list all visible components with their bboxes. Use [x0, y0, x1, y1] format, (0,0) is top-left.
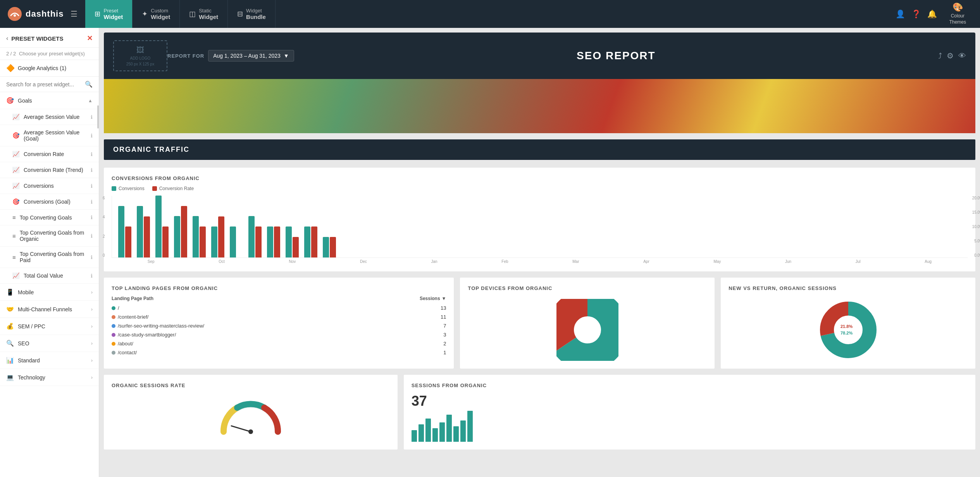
y-axis-left: 6420 — [103, 196, 105, 257]
top-devices-title: TOP DEVICES FROM ORGANIC — [468, 285, 707, 291]
col-sessions-header[interactable]: Sessions ▼ — [420, 296, 446, 301]
svg-point-0 — [8, 7, 22, 21]
sidebar-search-area: 🔍 — [0, 77, 99, 92]
goals-category-icon: 🎯 — [6, 97, 14, 104]
widget-info-icon[interactable]: ℹ — [91, 167, 93, 173]
category-multi-channel[interactable]: 🤝 Multi-Channel Funnels › — [0, 301, 99, 318]
custom-tab-line2: Widget — [151, 14, 170, 20]
main-content: ORGANIC TRAFFIC CONVERSIONS FROM ORGANIC… — [99, 133, 980, 456]
widget-trend-icon: 📈 — [12, 166, 20, 173]
pie-chart-wrapper: 35.1% 64.9% — [468, 299, 707, 361]
widget-item-conversion-rate[interactable]: 📈 Conversion Rate ℹ — [0, 146, 99, 162]
sem-category-icon: 💰 — [6, 323, 14, 330]
widget-item-conversions[interactable]: 📈 Conversions ℹ — [0, 178, 99, 194]
widget-item-conversions-goal[interactable]: 🎯 Conversions (Goal) ℹ — [0, 194, 99, 210]
date-chevron-icon: ▼ — [284, 53, 289, 59]
date-range-text: Aug 1, 2023 – Aug 31, 2023 — [213, 53, 281, 59]
settings-icon[interactable]: ⚙ — [947, 51, 954, 60]
legend-conversions: Conversions — [112, 186, 145, 191]
hamburger-icon[interactable]: ☰ — [71, 9, 78, 19]
conversions-chart-title: CONVERSIONS FROM ORGANIC — [112, 175, 968, 181]
tab-custom-widget[interactable]: ✦ Custom Widget — [133, 0, 180, 28]
help-icon[interactable]: ❓ — [911, 9, 921, 19]
category-sem-ppc[interactable]: 💰 SEM / PPC › — [0, 318, 99, 335]
standard-category-icon: 📊 — [6, 357, 14, 364]
bundle-tab-line1: Widget — [246, 8, 266, 14]
category-technology[interactable]: 💻 Technology › — [0, 369, 99, 386]
widget-trend-icon: 📈 — [12, 151, 20, 158]
technology-expand-icon: › — [91, 375, 93, 380]
tab-widget-bundle[interactable]: ⊟ Widget Bundle — [228, 0, 276, 28]
source-icon: 🔶 — [6, 64, 15, 72]
widget-item-conversion-rate-trend[interactable]: 📈 Conversion Rate (Trend) ℹ — [0, 162, 99, 178]
widget-item-total-goal-value[interactable]: 📈 Total Goal Value ℹ — [0, 268, 99, 284]
widget-info-icon[interactable]: ℹ — [91, 199, 93, 205]
colour-themes-button[interactable]: 🎨 ColourThemes — [943, 2, 972, 25]
sidebar-back-button[interactable]: ‹ — [6, 35, 8, 42]
report-for-label: REPORT FOR — [167, 53, 204, 59]
dashthis-logo-icon — [8, 7, 22, 21]
colour-theme-bar — [104, 79, 975, 133]
date-range-button[interactable]: Aug 1, 2023 – Aug 31, 2023 ▼ — [208, 50, 294, 62]
static-tab-line1: Static — [199, 8, 218, 14]
seo-label: SEO — [18, 340, 29, 347]
table-row: /surfer-seo-writing-masterclass-review/ … — [112, 323, 446, 329]
preset-tab-line2: Widget — [103, 14, 123, 20]
sessions-from-organic-card: SESSIONS FROM ORGANIC 37 — [404, 375, 975, 450]
nav-tabs: ⊞ Preset Widget ✦ Custom Widget ◫ Static… — [85, 0, 895, 28]
sem-expand-icon: › — [91, 324, 93, 329]
widget-info-icon[interactable]: ℹ — [91, 114, 93, 120]
svg-point-1 — [14, 14, 16, 17]
widget-item-avg-session-value[interactable]: 📈 Average Session Value ℹ — [0, 109, 99, 125]
tab-static-widget[interactable]: ◫ Static Widget — [180, 0, 228, 28]
category-seo[interactable]: 🔍 SEO › — [0, 335, 99, 352]
sidebar-close-button[interactable]: ✕ — [87, 34, 93, 43]
widget-item-top-converting-goals-organic[interactable]: ≡ Top Converting Goals from Organic ℹ — [0, 225, 99, 247]
col-path-header: Landing Page Path — [112, 296, 153, 301]
search-input[interactable] — [6, 81, 82, 88]
section-header-organic-traffic: ORGANIC TRAFFIC — [104, 139, 975, 160]
share-icon[interactable]: ⤴ — [938, 51, 942, 60]
table-row: /case-study-smartblogger/ 3 — [112, 332, 446, 338]
widget-trend-icon: 📈 — [12, 182, 20, 189]
widget-item-top-converting-goals[interactable]: ≡ Top Converting Goals ℹ — [0, 210, 99, 225]
middle-charts-row: TOP LANDING PAGES FROM ORGANIC Landing P… — [104, 278, 975, 369]
svg-text:35.1%: 35.1% — [582, 325, 595, 330]
logo-text: dashthis — [26, 9, 64, 19]
widget-info-icon[interactable]: ℹ — [91, 254, 93, 260]
standard-label: Standard — [18, 357, 40, 364]
bundle-tab-icon: ⊟ — [237, 10, 243, 18]
svg-line-11 — [231, 426, 251, 432]
widget-item-top-converting-goals-paid[interactable]: ≡ Top Converting Goals from Paid ℹ — [0, 247, 99, 268]
category-mobile[interactable]: 📱 Mobile › — [0, 284, 99, 301]
widget-info-icon[interactable]: ℹ — [91, 233, 93, 239]
svg-text:78.2%: 78.2% — [840, 331, 853, 335]
widget-item-avg-session-value-goal[interactable]: 🎯 Average Session Value (Goal) ℹ — [0, 125, 99, 146]
sessions-value: 37 — [412, 393, 968, 409]
widget-info-icon[interactable]: ℹ — [91, 133, 93, 139]
goals-expand-icon: ▲ — [88, 98, 93, 103]
new-vs-return-title: NEW VS RETURN, ORGANIC SESSIONS — [729, 285, 968, 291]
widget-info-icon[interactable]: ℹ — [91, 151, 93, 157]
category-goals[interactable]: 🎯 Goals ▲ — [0, 92, 99, 109]
category-standard[interactable]: 📊 Standard › — [0, 352, 99, 369]
tab-preset-widget[interactable]: ⊞ Preset Widget — [85, 0, 133, 28]
legend-dot-conversions — [112, 186, 116, 191]
notifications-icon[interactable]: 🔔 — [927, 9, 937, 19]
logo-area: dashthis ☰ — [8, 7, 78, 21]
report-header: 🖼 ADD LOGO 250 px X 125 px REPORT FOR Au… — [104, 33, 975, 79]
widget-info-icon[interactable]: ℹ — [91, 214, 93, 220]
table-header: Landing Page Path Sessions ▼ — [112, 296, 446, 301]
static-tab-icon: ◫ — [189, 10, 196, 18]
widget-info-icon[interactable]: ℹ — [91, 183, 93, 189]
table-row: / 13 — [112, 305, 446, 311]
y-axis-right: 20.0%15.0%10.0%5.0%0.0% — [972, 196, 980, 257]
widget-info-icon[interactable]: ℹ — [91, 273, 93, 279]
colour-themes-label: ColourThemes — [949, 13, 966, 25]
seo-expand-icon: › — [91, 341, 93, 346]
nav-right-actions: 👤 ❓ 🔔 🎨 ColourThemes — [896, 2, 972, 25]
eye-icon[interactable]: 👁 — [958, 51, 966, 60]
search-icon[interactable]: 🔍 — [85, 81, 93, 88]
section-title-organic-traffic: ORGANIC TRAFFIC — [113, 146, 189, 153]
avatar-icon[interactable]: 👤 — [896, 9, 905, 19]
